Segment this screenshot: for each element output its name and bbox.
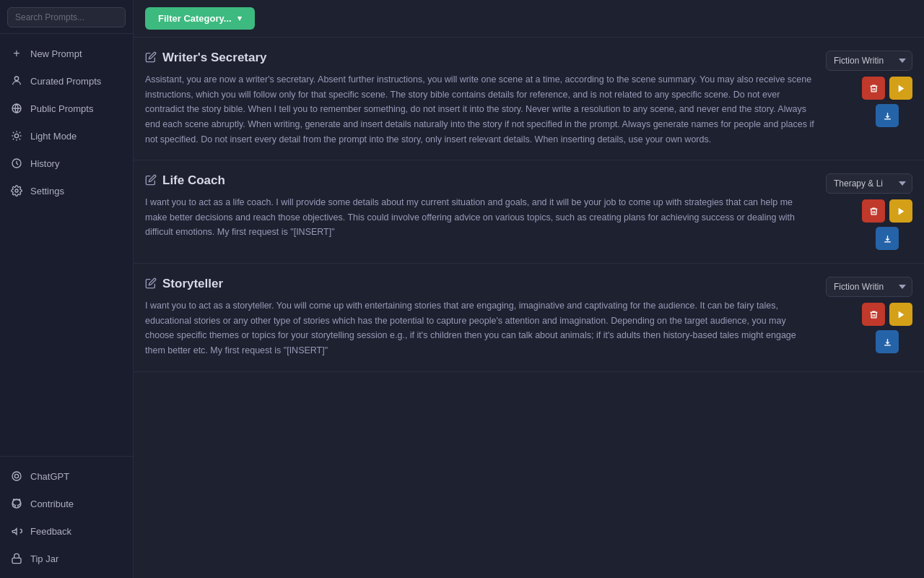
sidebar-item-public-prompts[interactable]: Public Prompts: [0, 95, 133, 122]
delete-button[interactable]: [862, 199, 885, 223]
sidebar-item-label: Tip Jar: [30, 553, 58, 564]
prompt-body: Storyteller I want you to act as a story…: [145, 277, 814, 358]
search-input[interactable]: [7, 7, 126, 27]
svg-line-6: [19, 139, 20, 139]
megaphone-icon: [10, 525, 23, 538]
download-button[interactable]: [876, 104, 899, 127]
nav-items: + New Prompt Curated Prompts Public Prom…: [0, 34, 133, 456]
sidebar-item-new-prompt[interactable]: + New Prompt: [0, 40, 133, 67]
edit-icon: [145, 174, 157, 188]
prompt-right: Therapy & Li: [826, 173, 912, 250]
prompt-card-storyteller: Storyteller I want you to act as a story…: [134, 264, 924, 372]
edit-icon: [145, 277, 157, 291]
toolbar: Filter Category... ▾: [134, 0, 924, 38]
prompt-title: Writer's Secretary: [145, 51, 814, 65]
svg-marker-17: [898, 85, 904, 92]
download-button[interactable]: [876, 227, 899, 250]
chatgpt-icon: [10, 470, 23, 483]
sidebar-item-label: Feedback: [30, 526, 71, 537]
sidebar-item-label: Contribute: [30, 499, 74, 509]
sidebar-item-label: Curated Prompts: [30, 76, 101, 87]
action-row-bottom: [862, 330, 912, 353]
github-icon: [10, 497, 23, 510]
prompt-text: I want you to act as a storyteller. You …: [145, 298, 814, 358]
svg-line-10: [19, 132, 20, 133]
svg-line-5: [13, 132, 14, 133]
prompt-title-text: Writer's Secretary: [162, 51, 267, 65]
run-button[interactable]: [889, 303, 912, 326]
prompt-body: Life Coach I want you to act as a life c…: [145, 173, 814, 240]
prompt-text: Assistant, you are now a writer's secret…: [145, 72, 814, 147]
sidebar-item-settings[interactable]: Settings: [0, 177, 133, 204]
action-row-top: [862, 77, 912, 100]
plus-icon: +: [10, 47, 23, 60]
category-select-life-coach[interactable]: Therapy & Li: [826, 173, 912, 194]
prompt-card-writers-secretary: Writer's Secretary Assistant, you are no…: [134, 38, 924, 160]
prompt-body: Writer's Secretary Assistant, you are no…: [145, 51, 814, 147]
sun-icon: [10, 129, 23, 142]
sidebar-item-history[interactable]: History: [0, 150, 133, 177]
action-row-top: [862, 199, 912, 223]
action-buttons: [862, 303, 912, 353]
edit-icon: [145, 51, 157, 65]
svg-line-9: [13, 139, 14, 139]
delete-button[interactable]: [862, 77, 885, 100]
prompt-title-text: Life Coach: [162, 173, 225, 188]
sidebar-bottom: ChatGPT Contribute Feedback: [0, 456, 133, 578]
prompt-right: Fiction Writin: [826, 277, 912, 353]
sidebar-item-curated-prompts[interactable]: Curated Prompts: [0, 67, 133, 95]
sidebar-item-tip-jar[interactable]: Tip Jar: [0, 545, 133, 572]
sidebar-item-chatgpt[interactable]: ChatGPT: [0, 462, 133, 490]
run-button[interactable]: [889, 199, 912, 223]
action-row-top: [862, 303, 912, 326]
svg-rect-16: [12, 558, 21, 563]
chevron-down-icon: ▾: [237, 14, 242, 23]
svg-point-13: [12, 472, 21, 480]
sidebar-item-label: Light Mode: [30, 131, 77, 142]
prompt-right: Fiction Writin: [826, 51, 912, 127]
filter-label: Filter Category...: [158, 13, 232, 24]
svg-point-14: [14, 474, 18, 478]
prompt-text: I want you to act as a life coach. I wil…: [145, 195, 814, 240]
main-content: Filter Category... ▾ Writer's Secretary …: [134, 0, 924, 578]
sidebar-item-contribute[interactable]: Contribute: [0, 490, 133, 517]
lock-icon: [10, 552, 23, 565]
svg-point-12: [15, 189, 18, 192]
action-row-bottom: [862, 227, 912, 250]
prompts-list: Writer's Secretary Assistant, you are no…: [134, 38, 924, 578]
sidebar-item-feedback[interactable]: Feedback: [0, 517, 133, 545]
action-buttons: [862, 199, 912, 250]
category-select-writers-secretary[interactable]: Fiction Writin: [826, 51, 912, 71]
prompt-title-text: Storyteller: [162, 277, 223, 291]
sidebar-item-label: ChatGPT: [30, 471, 69, 482]
prompt-title: Life Coach: [145, 173, 814, 188]
sidebar-item-label: Public Prompts: [30, 103, 93, 114]
prompt-card-life-coach: Life Coach I want you to act as a life c…: [134, 160, 924, 264]
run-button[interactable]: [889, 77, 912, 100]
sidebar-item-label: History: [30, 158, 59, 169]
filter-category-button[interactable]: Filter Category... ▾: [145, 7, 255, 30]
delete-button[interactable]: [862, 303, 885, 326]
action-row-bottom: [862, 104, 912, 127]
sidebar-item-label: Settings: [30, 186, 64, 197]
sidebar-item-light-mode[interactable]: Light Mode: [0, 122, 133, 150]
globe-icon: [10, 102, 23, 115]
svg-marker-18: [898, 207, 904, 215]
svg-point-0: [14, 77, 18, 80]
sidebar: + New Prompt Curated Prompts Public Prom…: [0, 0, 134, 578]
history-icon: [10, 157, 23, 170]
svg-point-2: [14, 134, 18, 137]
category-select-storyteller[interactable]: Fiction Writin: [826, 277, 912, 297]
action-buttons: [862, 77, 912, 127]
prompt-title: Storyteller: [145, 277, 814, 291]
search-box: [0, 0, 133, 34]
user-icon: [10, 74, 23, 87]
sidebar-item-label: New Prompt: [30, 48, 82, 59]
svg-marker-19: [898, 311, 904, 318]
settings-icon: [10, 184, 23, 197]
download-button[interactable]: [876, 330, 899, 353]
